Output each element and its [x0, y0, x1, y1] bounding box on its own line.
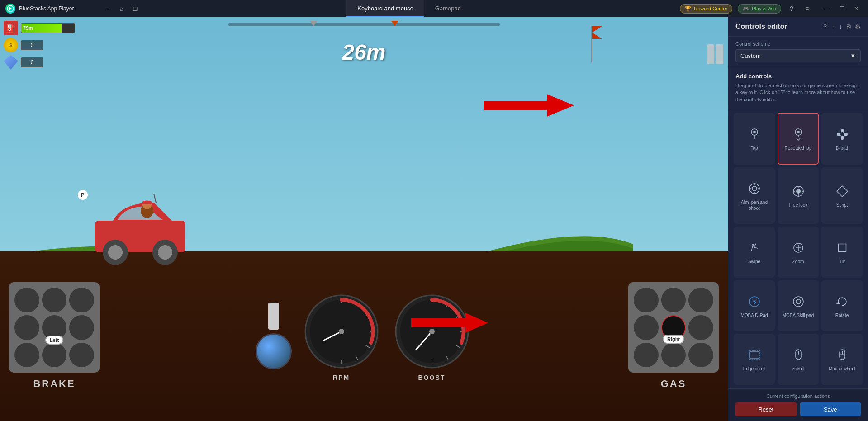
footer-title: Current configuration actions [735, 393, 861, 399]
gas-hole-6 [688, 315, 713, 340]
ball-indicator-sphere [256, 333, 292, 369]
restore-button[interactable]: ❐ [835, 2, 848, 15]
svg-point-38 [840, 132, 844, 136]
panel-upload-icon[interactable]: ↑ [831, 23, 835, 30]
gas-hole-1 [634, 288, 659, 312]
app-logo [5, 4, 15, 14]
control-dpad[interactable]: D-pad [821, 113, 863, 165]
moba-skill-pad-label: MOBA Skill pad [783, 312, 814, 318]
control-edge-scroll[interactable]: Edge scroll [734, 334, 775, 385]
home-button[interactable]: ⌂ [117, 4, 127, 14]
tab-gamepad[interactable]: Gamepad [424, 0, 472, 17]
reward-icon: 🏆 [685, 6, 691, 12]
moba-dpad-label: MOBA D-Pad [740, 312, 768, 318]
zoom-icon [790, 240, 806, 256]
play-win-button[interactable]: 🎮 Play & Win [738, 4, 781, 14]
tilt-icon [834, 240, 850, 256]
right-panel: Controls editor ? ↑ ↓ ⎘ ⚙ Control scheme… [728, 17, 868, 421]
menu-button[interactable]: ≡ [802, 4, 812, 14]
svg-rect-62 [749, 350, 760, 360]
hole-8 [42, 343, 67, 368]
dropdown-arrow-icon: ▼ [850, 52, 856, 59]
hole-7 [14, 343, 39, 368]
back-button[interactable]: ← [103, 4, 113, 14]
scheme-dropdown[interactable]: Custom ▼ [735, 49, 861, 62]
svg-point-52 [752, 244, 754, 246]
control-aim-pan-shoot[interactable]: Aim, pan and shoot [734, 167, 775, 224]
control-rotate[interactable]: Rotate [821, 280, 863, 331]
panel-header: Controls editor ? ↑ ↓ ⎘ ⚙ [728, 17, 868, 37]
hole-5: Left [42, 315, 67, 340]
hud-gem: 0 [4, 55, 75, 70]
control-moba-skill-pad[interactable]: MOBA Skill pad [778, 280, 819, 331]
control-zoom[interactable]: Zoom [778, 227, 819, 278]
tab-keyboard-mouse[interactable]: Keyboard and mouse [346, 0, 424, 17]
right-badge: Right [663, 335, 684, 344]
panel-footer: Current configuration actions Reset Save [728, 388, 868, 421]
repeated-tap-label: Repeated tap [784, 145, 811, 151]
svg-point-3 [108, 245, 123, 260]
progress-car-marker [310, 21, 317, 26]
control-scroll[interactable]: Scroll [778, 334, 819, 385]
save-button[interactable]: Save [800, 402, 861, 416]
zoom-label: Zoom [792, 259, 804, 265]
scroll-icon [790, 347, 806, 363]
title-bar-right: 🏆 Reward Center 🎮 Play & Win ? ≡ — ❐ ✕ [674, 2, 868, 15]
control-mouse-wheel[interactable]: Mouse wheel [821, 334, 863, 385]
play-win-icon: 🎮 [743, 6, 749, 12]
fuel-bar-fill: 79m [21, 24, 62, 33]
progress-bar-container [228, 21, 500, 28]
hole-1 [14, 288, 39, 312]
script-icon [834, 183, 850, 199]
svg-rect-63 [750, 351, 759, 359]
mouse-wheel-label: Mouse wheel [829, 366, 855, 372]
rotate-icon [834, 293, 850, 310]
pause-button[interactable] [707, 44, 723, 64]
tap-label: Tap [750, 145, 758, 151]
close-button[interactable]: ✕ [850, 2, 863, 15]
panel-title: Controls editor [735, 23, 787, 31]
gauges-area: RPM [256, 291, 473, 381]
coin-icon: $ [4, 38, 18, 52]
svg-point-60 [796, 299, 801, 304]
distance-text: 26m [342, 40, 385, 65]
arrow-repeated-tap [484, 94, 574, 117]
reward-center-button[interactable]: 🏆 Reward Center [680, 4, 732, 14]
panel-settings-icon[interactable]: ⚙ [855, 23, 861, 30]
free-look-label: Free look [789, 202, 808, 208]
moba-skill-pad-icon [790, 293, 806, 310]
panel-copy-icon[interactable]: ⎘ [847, 23, 850, 30]
scheme-section: Control scheme Custom ▼ [728, 37, 868, 67]
control-tap[interactable]: Tap [734, 113, 775, 165]
moba-dpad-icon: 5 [746, 293, 763, 310]
control-repeated-tap[interactable]: Repeated tap [778, 113, 819, 165]
fuel-bar-background: 79m [21, 23, 75, 33]
control-swipe[interactable]: Swipe [734, 227, 775, 278]
panel-download-icon[interactable]: ↓ [839, 23, 842, 30]
distance-display: 26m [342, 40, 385, 65]
tabs-button[interactable]: ⊟ [130, 4, 140, 14]
gas-hole-3 [688, 288, 713, 312]
ball-indicator-rect [268, 303, 279, 330]
reset-button[interactable]: Reset [735, 402, 797, 416]
hud-fuel: ⛽ 79m [4, 21, 75, 35]
control-tilt[interactable]: Tilt [821, 227, 863, 278]
help-button[interactable]: ? [787, 4, 797, 14]
panel-help-icon[interactable]: ? [823, 23, 827, 30]
progress-bar [228, 23, 500, 26]
app-name: BlueStacks App Player [19, 5, 74, 12]
minimize-button[interactable]: — [821, 2, 834, 15]
title-bar-nav: ← ⌂ ⊟ [100, 4, 144, 14]
title-bar-tabs: Keyboard and mouse Gamepad [144, 0, 674, 17]
swipe-label: Swipe [748, 259, 760, 265]
control-free-look[interactable]: Free look [778, 167, 819, 224]
svg-marker-51 [837, 186, 848, 197]
hole-2 [42, 288, 67, 312]
svg-point-20 [339, 329, 344, 334]
brake-label: BRAKE [33, 378, 75, 390]
control-moba-dpad[interactable]: 5 MOBA D-Pad [734, 280, 775, 331]
control-script[interactable]: Script [821, 167, 863, 224]
boost-gauge-container: BOOST [391, 291, 473, 381]
hud-coin: $ 0 [4, 38, 75, 52]
add-controls-title: Add controls [735, 73, 861, 80]
